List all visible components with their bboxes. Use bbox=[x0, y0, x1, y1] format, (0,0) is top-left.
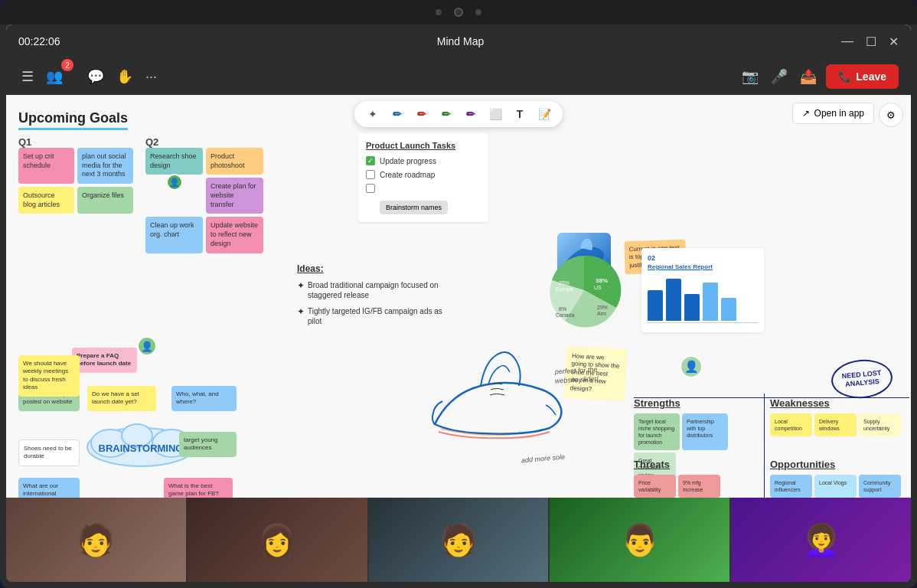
people-icon[interactable]: ☰ bbox=[18, 65, 37, 88]
star-icon-2: ✦ bbox=[297, 306, 305, 318]
q1-label: Q1 bbox=[18, 136, 133, 148]
brainstorm-node-1[interactable]: Do we have a set launch date yet? bbox=[87, 386, 156, 411]
svg-text:Aim: Aim bbox=[597, 311, 606, 316]
opportunities-cards: Regional influencers Local Vlogs Communi… bbox=[770, 475, 908, 498]
q2-card-1[interactable]: Research shoe design bbox=[145, 148, 203, 175]
svg-text:US: US bbox=[594, 285, 602, 290]
participant-face-4: 👨 bbox=[550, 498, 729, 582]
q1-card-4[interactable]: Organize files bbox=[77, 187, 133, 214]
checkbox-3[interactable] bbox=[366, 184, 375, 193]
participant-tile-4: 👨 bbox=[550, 498, 729, 582]
q1-card-2[interactable]: plan out social media for the next 3 mon… bbox=[77, 148, 133, 184]
opportunity-card-3[interactable]: Community support bbox=[859, 475, 901, 498]
chat-icon[interactable]: 💬 bbox=[84, 65, 107, 88]
app-title: Mind Map bbox=[80, 35, 841, 47]
call-timer: 00:22:06 bbox=[18, 35, 80, 47]
pen-green-tool[interactable]: ✏ bbox=[437, 105, 455, 123]
pie-chart: 38% US 29% Aim 8% Canada 25% Europe bbox=[542, 248, 626, 332]
brainstorm-node-2[interactable]: Who, what, and where? bbox=[171, 386, 237, 411]
q2-card-5[interactable]: Update website to reflect new design bbox=[206, 217, 263, 253]
goals-title: Upcoming Goals bbox=[18, 110, 128, 130]
toolbar-right: 📷 🎤 📤 📞 Leave bbox=[739, 64, 899, 89]
maximize-button[interactable]: ☐ bbox=[866, 34, 876, 49]
minimize-button[interactable]: — bbox=[841, 34, 853, 49]
settings-button[interactable]: ⚙ bbox=[879, 103, 903, 127]
weaknesses-title: Weaknesses bbox=[770, 397, 908, 409]
camera-icon[interactable]: 📷 bbox=[739, 65, 762, 88]
window-controls: — ☐ ✕ bbox=[841, 34, 899, 49]
task-item-3 bbox=[366, 184, 481, 193]
brainstorm-node-3[interactable]: target young audiences bbox=[179, 432, 237, 457]
microphone-icon[interactable]: 🎤 bbox=[768, 65, 791, 88]
svg-text:38%: 38% bbox=[596, 277, 608, 284]
raise-hand-icon[interactable]: ✋ bbox=[113, 65, 136, 88]
brainstorm-area: BRAINSTORMING Do we have a set launch da… bbox=[18, 325, 309, 498]
strength-card-2[interactable]: Partnership with top distributors bbox=[682, 413, 728, 450]
pen-red-tool[interactable]: ✏ bbox=[413, 105, 431, 123]
q2-card-2[interactable]: Product photoshoot bbox=[206, 148, 263, 175]
q1-cards: Set up crit schedule plan out social med… bbox=[18, 148, 133, 214]
open-in-app-button[interactable]: ↗ Open in app bbox=[792, 103, 874, 124]
whiteboard[interactable]: ✦ ✏ ✏ ✏ ✏ ⬜ T 📝 ↗ Open in app ⚙ bbox=[6, 95, 911, 498]
bar-4 bbox=[703, 283, 718, 321]
close-button[interactable]: ✕ bbox=[889, 34, 899, 49]
text-tool[interactable]: T bbox=[511, 105, 529, 123]
task-item-1: ✓ Update progress bbox=[366, 156, 481, 165]
brainstorm-node-9[interactable]: Shoes need to be durable bbox=[18, 439, 80, 466]
weakness-card-3[interactable]: Supply uncertainty bbox=[859, 413, 901, 436]
notification-wrap: 👥 2 bbox=[43, 65, 78, 88]
strength-card-1[interactable]: Target local niche shopping for launch p… bbox=[634, 413, 680, 450]
threat-card-2[interactable]: 9% mfg increase bbox=[678, 475, 720, 498]
opportunity-card-2[interactable]: Local Vlogs bbox=[814, 475, 857, 498]
pen-blue-tool[interactable]: ✏ bbox=[388, 105, 406, 123]
idea-item-1: ✦ Broad traditional campaign focused on … bbox=[297, 280, 450, 300]
ideas-title: Ideas: bbox=[297, 263, 450, 274]
brainstorm-node-8[interactable]: What are our international shipping capa… bbox=[18, 478, 80, 498]
q2-card-3[interactable]: Create plan for website transfer bbox=[206, 178, 263, 214]
meeting-toolbar: ☰ 👥 2 💬 ✋ ··· 📷 🎤 📤 📞 Leave bbox=[6, 58, 911, 95]
mindmap-canvas: Upcoming Goals Q1 Set up crit schedule p… bbox=[6, 95, 911, 498]
q2-card-4[interactable]: Clean up work org. chart bbox=[145, 217, 203, 253]
brainstorm-avatar: 👤 bbox=[137, 336, 157, 356]
brainstorm-node-12[interactable]: We should have weekly meetings to discus… bbox=[18, 355, 80, 397]
bar-chart-bars bbox=[648, 275, 758, 321]
eraser-tool[interactable]: ⬜ bbox=[486, 105, 504, 123]
swot-opportunities: Opportunities Regional influencers Local… bbox=[770, 459, 908, 498]
whiteboard-toolbar: ✦ ✏ ✏ ✏ ✏ ⬜ T 📝 bbox=[354, 101, 563, 127]
threat-card-1[interactable]: Price variability bbox=[634, 475, 676, 498]
phone-icon: 📞 bbox=[838, 70, 851, 83]
swot-vertical-divider bbox=[764, 394, 765, 498]
need-analysis-text: NEED LOST ANALYSIS bbox=[838, 369, 886, 390]
weakness-card-1[interactable]: Local competition bbox=[770, 413, 812, 436]
weakness-card-2[interactable]: Delivery windows bbox=[814, 413, 857, 436]
open-app-icon: ↗ bbox=[802, 108, 810, 119]
q1-card-1[interactable]: Set up crit schedule bbox=[18, 148, 74, 184]
leave-button[interactable]: 📞 Leave bbox=[826, 64, 899, 89]
title-bar: 00:22:06 Mind Map — ☐ ✕ bbox=[6, 24, 911, 58]
camera-bar bbox=[0, 0, 917, 24]
brainstorm-node-11[interactable]: Prepare a FAQ before launch date bbox=[72, 348, 137, 373]
sticky-note-tool[interactable]: 📝 bbox=[535, 105, 553, 123]
participants-bar: 🧑 👩 🧑 👨 👩‍🦱 bbox=[6, 498, 911, 582]
participant-face-3: 🧑 bbox=[369, 498, 549, 582]
need-analysis-circle[interactable]: NEED LOST ANALYSIS bbox=[830, 358, 894, 401]
camera-indicator-2 bbox=[475, 9, 481, 15]
content-area: ✦ ✏ ✏ ✏ ✏ ⬜ T 📝 ↗ Open in app ⚙ bbox=[6, 95, 911, 582]
pen-purple-tool[interactable]: ✏ bbox=[462, 105, 480, 123]
q1-card-3[interactable]: Outsource blog articles bbox=[18, 187, 74, 214]
checkbox-2[interactable] bbox=[366, 170, 375, 179]
more-options-icon[interactable]: ··· bbox=[142, 66, 160, 88]
move-tool[interactable]: ✦ bbox=[364, 105, 382, 123]
avatar-pie: 👤 bbox=[680, 355, 703, 378]
participant-face-1: 🧑 bbox=[6, 498, 186, 582]
checkbox-1[interactable]: ✓ bbox=[366, 156, 375, 165]
brainstorm-node-4[interactable]: What is the best game plan for FB? bbox=[164, 478, 233, 498]
task-item-2: Create roadmap bbox=[366, 170, 481, 179]
opportunity-card-1[interactable]: Regional influencers bbox=[770, 475, 812, 498]
share-screen-icon[interactable]: 📤 bbox=[797, 65, 820, 88]
svg-text:25%: 25% bbox=[559, 280, 569, 286]
website-label: perfect for the website slider! bbox=[549, 365, 603, 386]
participant-tile-2: 👩 bbox=[188, 498, 367, 582]
participant-tile-1: 🧑 bbox=[6, 498, 186, 582]
brainstorm-names-button[interactable]: Brainstorm names bbox=[380, 201, 448, 214]
